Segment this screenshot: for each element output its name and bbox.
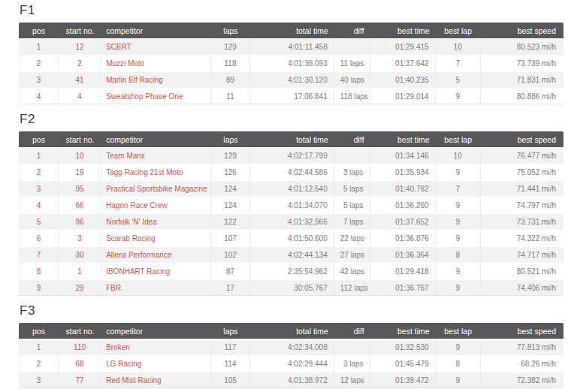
cell-best_time: 01:40.782 — [370, 181, 436, 197]
cell-total_time: 2:35:54.962 — [250, 264, 334, 279]
cell-diff — [334, 148, 370, 164]
cell-total_time: 4:01:38.093 — [250, 56, 334, 71]
table-row: 63Scarab Racing1074:01:50.60022 laps01:3… — [19, 231, 563, 246]
cell-diff: 11 laps — [334, 56, 370, 71]
cell-start_no: 96 — [59, 214, 101, 230]
cell-total_time: 4:01:11.458 — [250, 39, 334, 55]
cell-diff: 22 laps — [334, 231, 370, 246]
cell-diff: 40 laps — [334, 72, 370, 88]
cell-best_lap: 9 — [436, 339, 481, 355]
column-header-laps: laps — [211, 23, 250, 38]
cell-total_time: 4:02:44.586 — [250, 164, 334, 180]
table-row: 44Sweatshop Phase One1117:06.841118 laps… — [19, 89, 563, 104]
section-title: F1 — [20, 3, 563, 18]
cell-best_speed: 74.797 mi/h — [481, 198, 563, 213]
cell-start_no: 10 — [59, 148, 101, 164]
cell-laps: 89 — [211, 72, 250, 88]
cell-pos: 7 — [19, 247, 59, 263]
cell-diff: 3 laps — [334, 164, 370, 180]
cell-diff: 7 laps — [334, 214, 370, 230]
cell-best_speed: 74.406 mi/h — [481, 280, 563, 296]
competitor-link[interactable]: SCERT — [101, 39, 211, 55]
results-table: posstart no.competitorlapstotal timediff… — [19, 22, 563, 105]
cell-laps: 124 — [211, 198, 250, 213]
cell-laps: 105 — [211, 372, 250, 388]
competitor-link[interactable]: Red Mist Racing — [101, 372, 211, 388]
cell-start_no: 4 — [59, 89, 101, 104]
cell-best_speed: 72.382 mi/h — [481, 372, 563, 388]
cell-best_time: 01:40.235 — [370, 72, 436, 88]
column-header-laps: laps — [211, 323, 250, 339]
competitor-link[interactable]: FBR — [101, 280, 211, 296]
cell-best_time: 01:39.472 — [370, 372, 436, 388]
cell-pos: 1 — [19, 148, 59, 164]
table-row: 341Marlin Elf Racing894:01:30.12040 laps… — [19, 72, 563, 88]
cell-best_speed: 73.731 mi/h — [481, 214, 563, 230]
cell-pos: 6 — [19, 231, 59, 246]
cell-laps: 114 — [211, 356, 250, 372]
cell-best_time: 01:29.014 — [370, 89, 436, 104]
cell-laps: 107 — [211, 231, 250, 246]
column-header-pos: pos — [19, 323, 59, 339]
competitor-link[interactable]: Tagg Racing 21st Moto — [101, 164, 211, 180]
cell-best_lap: 9 — [436, 198, 481, 213]
cell-total_time: 4:01:12.540 — [250, 181, 334, 197]
competitor-link[interactable]: Scarab Racing — [101, 231, 211, 246]
cell-best_speed: 74.717 mi/h — [481, 247, 563, 263]
cell-pos: 1 — [19, 339, 59, 355]
competitor-link[interactable]: Sweatshop Phase One — [101, 89, 211, 104]
cell-best_speed: 75.052 mi/h — [481, 164, 563, 180]
cell-start_no: 110 — [59, 339, 101, 355]
competitor-link[interactable]: Norfolk 'N' Idea — [101, 214, 211, 230]
cell-start_no: 77 — [59, 372, 101, 388]
competitor-link[interactable]: Allens Performance — [101, 247, 211, 263]
cell-best_speed: 71.441 mi/h — [481, 181, 563, 197]
section-title: F2 — [20, 112, 563, 127]
column-header-best_lap: best lap — [436, 131, 481, 147]
competitor-link[interactable]: Broken — [101, 339, 211, 355]
column-header-best_lap: best lap — [436, 23, 481, 38]
cell-best_time: 01:35.934 — [370, 164, 436, 180]
cell-best_speed: 68.26 mi/h — [481, 356, 563, 372]
cell-diff — [334, 39, 370, 55]
competitor-link[interactable]: Practical Sportsbike Magazine — [101, 181, 211, 197]
competitor-link[interactable]: Team Manx — [101, 148, 211, 164]
cell-total_time: 4:02:17.799 — [250, 148, 334, 164]
cell-start_no: 3 — [59, 231, 101, 246]
column-header-competitor: competitor — [101, 23, 211, 38]
competitor-link[interactable]: Hagon Race Crew — [101, 198, 211, 213]
cell-laps: 11 — [211, 89, 250, 104]
competitor-link[interactable]: LG Racing — [101, 356, 211, 372]
cell-laps: 102 — [211, 247, 250, 263]
competitor-link[interactable]: Muzzi Moto — [101, 56, 211, 71]
cell-best_lap: 9 — [436, 214, 481, 230]
competitor-link[interactable]: Marlin Elf Racing — [101, 72, 211, 88]
cell-pos: 3 — [19, 181, 59, 197]
cell-best_lap: 9 — [436, 164, 481, 180]
column-header-best_speed: best speed — [481, 23, 563, 38]
table-row: 22Muzzi Moto1184:01:38.09311 laps01:37.6… — [19, 56, 563, 71]
cell-diff — [334, 339, 370, 355]
cell-total_time: 4:02:29.444 — [250, 356, 334, 372]
column-header-pos: pos — [19, 131, 59, 147]
cell-pos: 3 — [19, 372, 59, 388]
cell-best_time: 01:45.479 — [370, 356, 436, 372]
column-header-diff: diff — [334, 323, 370, 339]
results-table: posstart no.competitorlapstotal timediff… — [19, 131, 563, 297]
column-header-laps: laps — [211, 131, 250, 147]
table-row: 395Practical Sportsbike Magazine1244:01:… — [19, 181, 563, 197]
cell-pos: 9 — [19, 280, 59, 296]
cell-start_no: 68 — [59, 356, 101, 372]
cell-best_lap: 10 — [436, 148, 481, 164]
competitor-link[interactable]: IBONHART Racing — [101, 264, 211, 279]
cell-laps: 118 — [211, 56, 250, 71]
race-section-f2: F2 posstart no.competitorlapstotal timed… — [19, 112, 563, 297]
cell-diff: 12 laps — [334, 372, 370, 388]
cell-best_time: 01:37.642 — [370, 56, 436, 71]
cell-total_time: 30:05.767 — [250, 280, 334, 296]
cell-laps: 126 — [211, 164, 250, 180]
cell-start_no: 19 — [59, 164, 101, 180]
cell-pos: 5 — [19, 214, 59, 230]
cell-best_lap: 8 — [436, 247, 481, 263]
column-header-competitor: competitor — [101, 131, 211, 147]
